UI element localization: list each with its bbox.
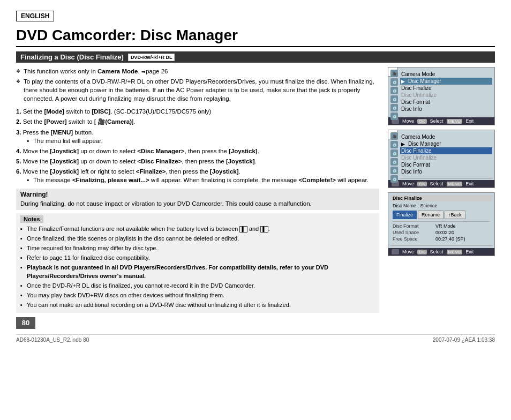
footer-exit-6: Exit [465, 249, 474, 254]
dialog-disc-name-6: Disc Name : Science [390, 202, 492, 209]
section-header: Finalizing a Disc (Disc Finalize) DVD-RW… [16, 51, 495, 63]
left-column: This function works only in Camera Mode.… [16, 67, 379, 329]
back-button[interactable]: ↑Back [445, 211, 465, 219]
screenshot-5: 5 🎥 💿 💿 💿 💿 💿 Camera Mode ▶Disc Manager … [388, 130, 495, 188]
bullet-item-1: This function works only in Camera Mode.… [16, 67, 379, 76]
notes-label: Notes [20, 215, 43, 223]
notes-list: The Finalize/Format functions are not av… [20, 225, 375, 309]
icon-disc-5-2: 💿 [390, 141, 398, 148]
icon-disc-4-2: 💿 [390, 78, 398, 86]
footer-ok-icon-4: OK [417, 119, 427, 124]
footer-select-4: Select [430, 118, 444, 124]
icon-disc-4-5: 💿 [390, 104, 398, 111]
note-8: You can not make an additional recording… [20, 301, 375, 310]
section-header-text: Finalizing a Disc (Disc Finalize) [20, 53, 124, 61]
note-5: Playback is not guaranteed in all DVD Pl… [20, 264, 375, 281]
steps-list: 1. Set the [Mode] switch to [DISC]. (SC-… [16, 107, 379, 184]
footer-ok-icon-6: OK [417, 250, 427, 254]
icon-disc-5-5: 💿 [390, 167, 398, 174]
page-title: DVD Camcorder: Disc Manager [16, 27, 495, 47]
note-6: Once the DVD-R/+R DL disc is finalized, … [20, 282, 375, 290]
notes-box: Notes The Finalize/Format functions are … [16, 213, 379, 312]
page-number: 80 [16, 317, 35, 329]
menu-item-disc-info-4: Disc Info [400, 106, 492, 112]
footer-move-5: Move [402, 181, 414, 186]
free-value: 00:27:40 (SP) [435, 236, 465, 242]
note-1: The Finalize/Format functions are not av… [20, 225, 375, 234]
screenshot-4: 4 🎥 💿 💿 💿 💿 💿 Camera Mode ▶Disc Manager … [388, 67, 495, 125]
icon-camera-4-1: 🎥 [390, 70, 398, 77]
footer-menu-icon-5: MENU [447, 182, 463, 186]
footer-5: Move OK Select MENU Exit [388, 180, 494, 188]
step-1: 1. Set the [Mode] switch to [DISC]. (SC-… [16, 107, 379, 116]
language-badge: ENGLISH [16, 11, 54, 21]
footer-ok-icon-5: OK [417, 182, 427, 186]
note-4: Refer to page 11 for finalized disc comp… [20, 254, 375, 262]
step-4: 4. Move the [Joystick] up or down to sel… [16, 147, 379, 155]
menu-item-camera-mode-5: Camera Mode [400, 133, 492, 140]
bullet-list: This function works only in Camera Mode.… [16, 67, 379, 103]
footer-menu-icon-4: MENU [447, 119, 463, 124]
warning-text: During finalizing, do not cause impact o… [20, 199, 375, 208]
step-6-sub: The message <Finalizing, please wait...>… [27, 176, 379, 184]
menu-item-disc-finalize-5[interactable]: Disc Finalize [400, 147, 492, 154]
footer-exit-5: Exit [465, 181, 474, 186]
footer-select-5: Select [430, 181, 444, 186]
icon-disc-5-4: 💿 [390, 158, 398, 166]
menu-item-disc-info-5: Disc Info [400, 168, 492, 175]
menu-item-disc-format-4: Disc Format [400, 99, 492, 106]
format-value: VR Mode [435, 223, 456, 229]
right-column: 4 🎥 💿 💿 💿 💿 💿 Camera Mode ▶Disc Manager … [388, 67, 495, 329]
footer-menu-icon-6: MENU [447, 250, 463, 254]
icon-disc-4-6: 💿 [390, 112, 398, 120]
free-label: Free Space [393, 236, 425, 242]
menu-item-disc-manager-5: ▶Disc Manager [400, 140, 492, 147]
step-3-sub: The menu list will appear. [27, 137, 379, 145]
menu-item-disc-finalize-4: Disc Finalize [400, 85, 492, 92]
used-value: 00:02:20 [435, 230, 454, 235]
warning-label: Warning! [20, 191, 48, 198]
menu-5: 🎥 💿 💿 💿 💿 💿 Camera Mode ▶Disc Manager Di… [388, 130, 494, 180]
menu-4: 🎥 💿 💿 💿 💿 💿 Camera Mode ▶Disc Manager Di… [388, 68, 494, 117]
footer-left: AD68-01230A_US_R2.indb 80 [16, 337, 89, 343]
icon-disc-5-3: 💿 [390, 149, 398, 157]
footer-move-4: Move [402, 118, 414, 124]
step-2: 2. Set the [Power] switch to [ 🎥(Camera)… [16, 117, 379, 126]
dialog-row-used: Used Space 00:02:20 [390, 229, 492, 236]
dialog-row-free: Free Space 00:27:40 (SP) [390, 236, 492, 242]
format-label: Disc Format [393, 223, 425, 229]
footer-4: Move OK Select MENU Exit [388, 117, 494, 125]
finalize-button[interactable]: Finalize [393, 211, 417, 219]
footer-right: 2007-07-09 ¿ÀÈÄ 1:03:38 [433, 337, 495, 343]
note-3: Time required for finalizing may differ … [20, 244, 375, 253]
used-label: Used Space [393, 230, 425, 235]
step-5: 5. Move the [Joystick] up or down to sel… [16, 157, 379, 166]
note-7: You may play back DVD+RW discs on other … [20, 291, 375, 300]
step-6: 6. Move the [Joystick] left or right to … [16, 167, 379, 184]
screenshot-6: Disc Finalize Disc Name : Science Finali… [388, 192, 495, 256]
menu-item-disc-unfinalize-4: Disc Unfinalize [400, 92, 492, 99]
icon-camera-5-1: 🎥 [390, 132, 398, 140]
footer-6: Move OK Select MENU Exit [388, 248, 494, 256]
dvd-badge: DVD-RW/-R/+R DL [128, 54, 175, 61]
note-2: Once finalized, the title scenes or play… [20, 235, 375, 243]
dvd-badge-text: DVD-RW/-R/+R DL [131, 55, 172, 60]
menu-item-disc-unfinalize-5: Disc Unfinalize [400, 154, 492, 161]
menu-item-disc-format-5: Disc Format [400, 161, 492, 168]
page-footer: AD68-01230A_US_R2.indb 80 2007-07-09 ¿ÀÈ… [16, 334, 495, 343]
footer-select-6: Select [430, 249, 444, 254]
footer-move-6: Move [402, 249, 414, 254]
dialog-row-format: Disc Format VR Mode [390, 223, 492, 229]
icon-disc-5-6: 💿 [390, 175, 398, 183]
dialog-6: Disc Finalize Disc Name : Science Finali… [388, 193, 494, 248]
menu-item-camera-mode-4: Camera Mode [400, 71, 492, 78]
move-icon-6 [392, 249, 399, 254]
dialog-buttons-6: Finalize Rename ↑Back [390, 211, 492, 219]
rename-button[interactable]: Rename [418, 211, 444, 219]
footer-exit-4: Exit [465, 118, 474, 124]
dialog-title-6: Disc Finalize [390, 195, 492, 201]
warning-box: Warning! During finalizing, do not cause… [16, 189, 379, 210]
icon-disc-4-3: 💿 [390, 87, 398, 94]
bullet-item-2: To play the contents of a DVD-RW/-R/+R D… [16, 77, 379, 103]
menu-item-disc-manager-4[interactable]: ▶Disc Manager [400, 78, 492, 85]
